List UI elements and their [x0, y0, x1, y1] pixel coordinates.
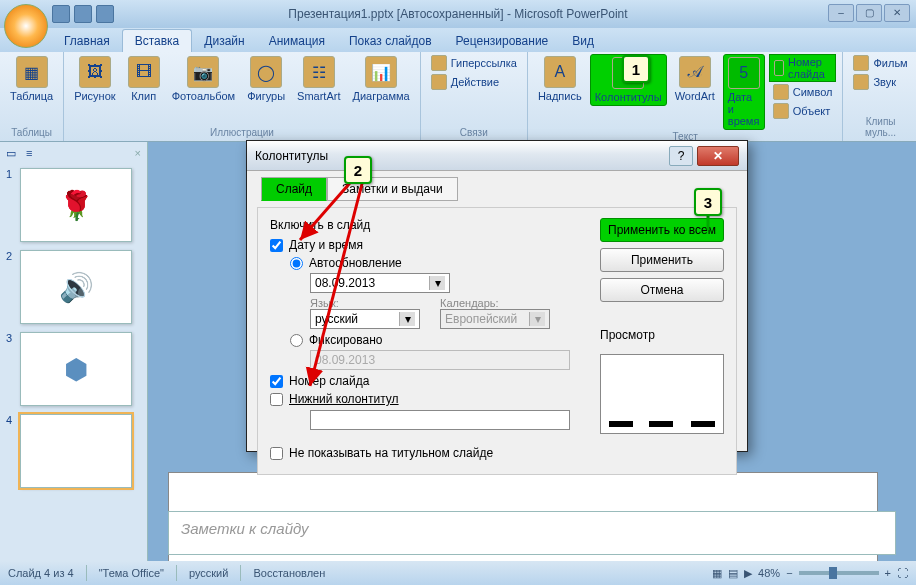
wordart-icon: 𝒜: [679, 56, 711, 88]
thumb-num: 4: [6, 414, 16, 488]
office-button[interactable]: [4, 4, 48, 48]
status-bar: Слайд 4 из 4 "Тема Office" русский Восст…: [0, 561, 916, 585]
picture-icon: 🖼: [79, 56, 111, 88]
sound-icon: [853, 74, 869, 90]
object-button[interactable]: Объект: [769, 102, 837, 120]
cancel-button[interactable]: Отмена: [600, 278, 724, 302]
textbox-icon: A: [544, 56, 576, 88]
group-illustrations-label: Иллюстрации: [70, 126, 414, 139]
tab-slideshow[interactable]: Показ слайдов: [337, 30, 444, 52]
qat-undo-icon[interactable]: [74, 5, 92, 23]
chart-icon: 📊: [365, 56, 397, 88]
ribbon-tabs: Главная Вставка Дизайн Анимация Показ сл…: [0, 28, 916, 52]
slide-thumb-4[interactable]: [20, 414, 132, 488]
slide-thumb-1[interactable]: 🌹: [20, 168, 132, 242]
svg-line-0: [300, 176, 356, 240]
slides-panel: ▭ ≡ × 1🌹 2🔊 3⬢ 4: [0, 142, 148, 561]
slidenumber-button[interactable]: Номер слайда: [769, 54, 837, 82]
calendar-combo: Европейский▾: [440, 309, 550, 329]
notitle-checkbox[interactable]: [270, 447, 283, 460]
view-show-icon[interactable]: ▶: [744, 567, 752, 580]
view-sorter-icon[interactable]: ▤: [728, 567, 738, 580]
ribbon: ▦Таблица Таблицы 🖼Рисунок 🎞Клип 📷Фотоаль…: [0, 52, 916, 142]
sound-button[interactable]: Звук: [849, 73, 911, 91]
window-title: Презентация1.pptx [Автосохраненный] - Mi…: [288, 7, 627, 21]
slides-tab-icon[interactable]: ≡: [26, 147, 32, 159]
group-links-label: Связи: [427, 126, 521, 139]
step-marker-2: 2: [344, 156, 372, 184]
table-icon: ▦: [16, 56, 48, 88]
zoom-out-icon[interactable]: −: [786, 567, 792, 579]
minimize-button[interactable]: –: [828, 4, 854, 22]
step-marker-1: 1: [622, 55, 650, 83]
notitle-label: Не показывать на титульном слайде: [289, 446, 493, 460]
smartart-icon: ☷: [303, 56, 335, 88]
close-button[interactable]: ✕: [884, 4, 910, 22]
wordart-button[interactable]: 𝒜WordArt: [671, 54, 719, 104]
chevron-down-icon: ▾: [429, 276, 445, 290]
shapes-icon: ◯: [250, 56, 282, 88]
qat-redo-icon[interactable]: [96, 5, 114, 23]
smartart-button[interactable]: ☷SmartArt: [293, 54, 344, 104]
album-button[interactable]: 📷Фотоальбом: [168, 54, 240, 104]
clip-button[interactable]: 🎞Клип: [124, 54, 164, 104]
apply-button[interactable]: Применить: [600, 248, 724, 272]
tab-design[interactable]: Дизайн: [192, 30, 256, 52]
link-icon: [431, 55, 447, 71]
datetime-icon: 5: [728, 57, 760, 89]
status-recovered: Восстановлен: [253, 567, 325, 579]
chevron-down-icon: ▾: [529, 312, 545, 326]
tab-insert[interactable]: Вставка: [122, 29, 193, 52]
zoom-slider[interactable]: [799, 571, 879, 575]
table-button[interactable]: ▦Таблица: [6, 54, 57, 104]
dialog-help-button[interactable]: ?: [669, 146, 693, 166]
status-slide: Слайд 4 из 4: [8, 567, 74, 579]
outline-tab-icon[interactable]: ▭: [6, 147, 16, 160]
clip-icon: 🎞: [128, 56, 160, 88]
chart-button[interactable]: 📊Диаграмма: [349, 54, 414, 104]
calendar-label: Календарь:: [440, 297, 550, 309]
shapes-button[interactable]: ◯Фигуры: [243, 54, 289, 104]
thumb-num: 3: [6, 332, 16, 406]
svg-line-1: [310, 176, 364, 386]
status-lang[interactable]: русский: [189, 567, 228, 579]
picture-button[interactable]: 🖼Рисунок: [70, 54, 120, 104]
dialog-close-button[interactable]: ✕: [697, 146, 739, 166]
zoom-level[interactable]: 48%: [758, 567, 780, 579]
object-icon: [773, 103, 789, 119]
hyperlink-button[interactable]: Гиперссылка: [427, 54, 521, 72]
action-button[interactable]: Действие: [427, 73, 521, 91]
preview-box: [600, 354, 724, 434]
dialog-title: Колонтитулы: [255, 149, 669, 163]
chevron-down-icon: ▾: [399, 312, 415, 326]
preview-label: Просмотр: [600, 328, 724, 342]
textbox-button[interactable]: AНадпись: [534, 54, 586, 104]
footer-input[interactable]: [310, 410, 570, 430]
step-marker-3: 3: [694, 188, 722, 216]
qat-save-icon[interactable]: [52, 5, 70, 23]
tab-home[interactable]: Главная: [52, 30, 122, 52]
slide-thumb-2[interactable]: 🔊: [20, 250, 132, 324]
number-icon: [774, 60, 784, 76]
tab-review[interactable]: Рецензирование: [444, 30, 561, 52]
tab-animation[interactable]: Анимация: [257, 30, 337, 52]
thumb-num: 1: [6, 168, 16, 242]
view-normal-icon[interactable]: ▦: [712, 567, 722, 580]
zoom-in-icon[interactable]: +: [885, 567, 891, 579]
slide-thumb-3[interactable]: ⬢: [20, 332, 132, 406]
symbol-button[interactable]: Символ: [769, 83, 837, 101]
movie-button[interactable]: Фильм: [849, 54, 911, 72]
maximize-button[interactable]: ▢: [856, 4, 882, 22]
notes-pane[interactable]: Заметки к слайду: [168, 511, 896, 555]
close-panel-icon[interactable]: ×: [135, 147, 141, 159]
tab-view[interactable]: Вид: [560, 30, 606, 52]
datetime-button[interactable]: 5Дата и время: [723, 54, 765, 130]
album-icon: 📷: [187, 56, 219, 88]
symbol-icon: [773, 84, 789, 100]
group-tables-label: Таблицы: [6, 126, 57, 139]
status-theme: "Тема Office": [99, 567, 164, 579]
movie-icon: [853, 55, 869, 71]
group-media-label: Клипы муль...: [849, 115, 911, 139]
fit-icon[interactable]: ⛶: [897, 567, 908, 579]
thumb-num: 2: [6, 250, 16, 324]
